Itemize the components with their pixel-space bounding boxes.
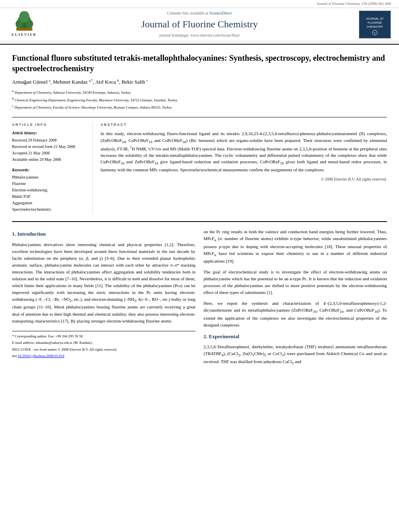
abstract-text: In this study, electron-withdrawing fluo…	[101, 130, 387, 173]
body-col-right: on the Pc ring results in both the valen…	[204, 228, 387, 370]
elsevier-tree-icon	[13, 11, 35, 31]
elsevier-brand-text: ELSEVIER	[12, 32, 37, 37]
body-col-left: 1. Introduction Phthalocyanines derivati…	[12, 228, 195, 370]
experimental-para-1: 2,3,5,6-Tetrafluorophenol, diethylether,…	[204, 343, 387, 366]
footnote-issn: 0022-1139/$ – see front matter © 2008 El…	[12, 347, 195, 353]
intro-para-right-2: The goal of electrochemical study is to …	[204, 269, 387, 296]
citation-line: Journal of Fluorine Chemistry 129 (2008)…	[0, 0, 399, 8]
journal-homepage: journal homepage: www.elsevier.com/locat…	[40, 33, 359, 38]
footnote-email: E-mail address: mkandaz@sakarya.edu.tr (…	[12, 340, 195, 346]
copyright-text: © 2008 Elsevier B.V. All rights reserved…	[101, 177, 387, 182]
affiliations: a Department of Chemistry, Sakarya Unive…	[12, 89, 387, 111]
body-section: 1. Introduction Phthalocyanines derivati…	[12, 221, 387, 370]
fluorine-journal-icon: JOURNAL OF FLUORINE CHEMISTRY F	[361, 12, 389, 37]
received-revised-date: Received in revised form 21 May 2008	[12, 144, 86, 150]
elsevier-logo: ELSEVIER	[8, 11, 40, 37]
article-info-label: ARTICLE INFO	[12, 122, 86, 127]
keywords-section: Keywords: Phthalocyanines Fluorine Elect…	[12, 167, 86, 212]
svg-point-4	[19, 11, 29, 23]
affiliation-c: c Department of Chemistry, Faculty of Sc…	[12, 104, 387, 111]
journal-title-center: Contents lists available at ScienceDirec…	[40, 10, 359, 39]
svg-text:F: F	[374, 32, 376, 34]
keyword-6: Spectroelectrochemistry	[12, 207, 86, 212]
journal-header: ELSEVIER Contents lists available at Sci…	[0, 8, 399, 45]
article-info-column: ARTICLE INFO Article history: Received 2…	[12, 122, 93, 214]
section2-heading: 2. Experimental	[204, 333, 387, 341]
keyword-5: Aggregation	[12, 200, 86, 206]
abstract-column: ABSTRACT In this study, electron-withdra…	[101, 122, 387, 214]
citation-text: Journal of Fluorine Chemistry 129 (2008)…	[317, 2, 391, 6]
keyword-4: Maldi-TOF	[12, 194, 86, 199]
abstract-label: ABSTRACT	[101, 122, 387, 127]
doi-link[interactable]: 10.1016/j.jfluchem.2008.05.014	[18, 354, 64, 358]
sciencedirect-link[interactable]: ScienceDirect	[209, 11, 232, 15]
svg-text:FLUORINE: FLUORINE	[368, 21, 382, 24]
keyword-2: Fluorine	[12, 181, 86, 187]
received-date: Received 29 February 2008	[12, 138, 86, 143]
contents-available-text: Contents lists available at	[167, 11, 209, 15]
section1-heading: 1. Introduction	[12, 230, 195, 238]
footnote-corresponding: * Corresponding author. Fax: +90 264 295…	[12, 334, 195, 339]
authors-line: Armağan Günsel a, Mehmet Kandaz a,*, Atı…	[12, 78, 387, 86]
intro-para-1: Phthalocyanines derivatives show interes…	[12, 241, 195, 325]
available-online-date: Available online 29 May 2008	[12, 157, 86, 162]
info-abstract-section: ARTICLE INFO Article history: Received 2…	[12, 117, 387, 214]
sciencedirect-line: Contents lists available at ScienceDirec…	[40, 10, 359, 16]
svg-text:CHEMISTRY: CHEMISTRY	[366, 25, 383, 28]
keyword-3: Electron-withdrawing	[12, 187, 86, 193]
journal-banner: ELSEVIER Contents lists available at Sci…	[0, 8, 399, 41]
footnote-doi: doi:10.1016/j.jfluchem.2008.05.014	[12, 353, 195, 359]
history-title: Article history:	[12, 130, 86, 136]
keyword-1: Phthalocyanines	[12, 175, 86, 180]
intro-para-right-3: Here, we report the synthesis and charac…	[204, 300, 387, 329]
svg-text:JOURNAL OF: JOURNAL OF	[366, 17, 384, 20]
journal-main-title: Journal of Fluorine Chemistry	[40, 18, 359, 31]
accepted-date: Accepted 21 May 2008	[12, 150, 86, 156]
keywords-title: Keywords:	[12, 167, 86, 173]
affiliation-b: b Chemical Engineering Department, Engin…	[12, 97, 387, 103]
article-content: Functional fluoro substituted tetrakis-m…	[0, 45, 399, 378]
intro-para-right-1: on the Pc ring results in both the valen…	[204, 228, 387, 265]
journal-logo-right: JOURNAL OF FLUORINE CHEMISTRY F	[359, 10, 391, 39]
article-title: Functional fluoro substituted tetrakis-m…	[12, 53, 387, 74]
doi-label: doi:	[12, 354, 18, 358]
affiliation-a: a Department of Chemistry, Sakarya Unive…	[12, 89, 387, 96]
footnotes: * Corresponding author. Fax: +90 264 295…	[12, 331, 195, 359]
